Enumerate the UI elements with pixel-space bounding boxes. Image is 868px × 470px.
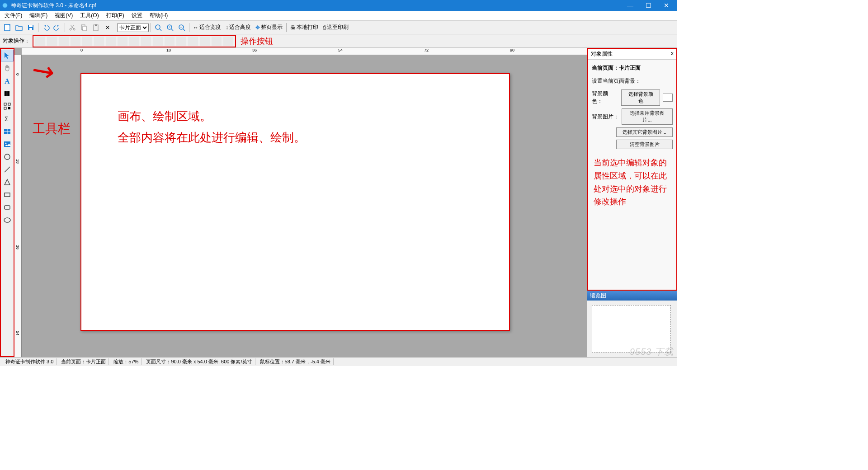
properties-title: 对象属性	[591, 50, 613, 58]
op-btn-11[interactable]	[153, 37, 163, 46]
svg-text:A: A	[5, 77, 10, 85]
canvas-region: 0 18 36 54 72 90 0 18 36 54 画布、绘制区域。 全部内…	[14, 48, 587, 357]
redo-button[interactable]	[52, 22, 63, 33]
op-btn-13[interactable]	[176, 37, 186, 46]
full-page-button[interactable]: ✥整页显示	[254, 24, 284, 31]
svg-rect-19	[4, 91, 5, 96]
delete-button[interactable]: ✕	[102, 22, 113, 33]
titlebar: 神奇证卡制作软件 3.0 - 未命名4.cpf — ☐ ✕	[0, 0, 677, 11]
op-btn-4[interactable]	[71, 37, 80, 46]
svg-rect-24	[9, 91, 10, 96]
properties-panel: 对象属性 x 当前页面：卡片正面 设置当前页面背景： 背景颜色： 选择背景颜色 …	[587, 48, 677, 291]
svg-rect-23	[8, 91, 9, 96]
op-btn-2[interactable]	[47, 37, 57, 46]
svg-rect-3	[29, 28, 32, 30]
svg-rect-20	[5, 91, 6, 96]
op-btn-1[interactable]	[35, 37, 45, 46]
op-btn-15[interactable]	[200, 37, 210, 46]
table-tool[interactable]	[1, 126, 14, 137]
page-select[interactable]: 卡片正面	[117, 23, 149, 32]
sum-tool[interactable]: Σ	[1, 113, 14, 125]
close-button[interactable]: ✕	[657, 0, 675, 11]
maximize-button[interactable]: ☐	[639, 0, 657, 11]
op-btn-8[interactable]	[118, 37, 127, 46]
hand-tool[interactable]	[1, 62, 14, 74]
save-button[interactable]	[25, 22, 36, 33]
op-btn-17[interactable]	[223, 37, 233, 46]
clear-bg-button[interactable]: 清空背景图片	[616, 140, 673, 149]
choose-bg-color-button[interactable]: 选择背景颜色	[621, 89, 660, 106]
roundrect-tool[interactable]	[1, 202, 14, 213]
svg-line-13	[171, 29, 173, 31]
select-tool[interactable]	[1, 50, 14, 61]
bg-color-swatch[interactable]	[663, 94, 673, 102]
op-btn-5[interactable]	[82, 37, 92, 46]
svg-text:+: +	[169, 25, 171, 29]
op-btn-6[interactable]	[94, 37, 104, 46]
zoom-out-button[interactable]: -	[176, 22, 187, 33]
status-page: 当前页面：卡片正面	[58, 358, 109, 365]
svg-rect-2	[29, 25, 33, 27]
op-btn-9[interactable]	[129, 37, 139, 46]
op-btn-3[interactable]	[59, 37, 69, 46]
menu-view[interactable]: 视图(V)	[51, 11, 76, 20]
zoom-actual-button[interactable]	[153, 22, 164, 33]
svg-rect-27	[4, 107, 6, 109]
menu-print[interactable]: 打印(P)	[103, 11, 128, 20]
barcode-tool[interactable]	[1, 88, 14, 99]
bg-img-label: 背景图片：	[592, 113, 619, 121]
zoom-in-button[interactable]: +	[165, 22, 175, 33]
svg-rect-28	[8, 107, 10, 109]
copy-button[interactable]	[79, 22, 90, 33]
open-button[interactable]	[14, 22, 24, 33]
app-logo-icon	[2, 2, 8, 9]
op-btn-14[interactable]	[188, 37, 198, 46]
cut-button[interactable]	[67, 22, 78, 33]
minimize-button[interactable]: —	[621, 0, 639, 11]
image-tool[interactable]	[1, 138, 14, 150]
op-btn-16[interactable]	[212, 37, 222, 46]
paste-button[interactable]	[90, 22, 101, 33]
fit-width-button[interactable]: ↔适合宽度	[191, 24, 223, 31]
card-page[interactable]: 画布、绘制区域。 全部内容将在此处进行编辑、绘制。	[80, 73, 510, 331]
right-panel: 对象属性 x 当前页面：卡片正面 设置当前页面背景： 背景颜色： 选择背景颜色 …	[587, 48, 677, 357]
send-print-button[interactable]: ⎙送至印刷	[321, 24, 350, 31]
status-size: 页面尺寸：90.0 毫米 x 54.0 毫米, 600 像素/英寸	[143, 358, 255, 365]
qrcode-tool[interactable]	[1, 100, 14, 112]
thumbnail-preview[interactable]	[592, 305, 671, 352]
left-tool-palette: A Σ	[0, 48, 14, 357]
menu-settings[interactable]: 设置	[128, 11, 146, 20]
svg-line-11	[160, 29, 161, 31]
properties-close[interactable]: x	[671, 50, 674, 58]
current-page-label: 当前页面：卡片正面	[592, 64, 673, 72]
new-button[interactable]	[2, 22, 13, 33]
menu-edit[interactable]: 编辑(E)	[26, 11, 51, 20]
menubar: 文件(F) 编辑(E) 视图(V) 工具(O) 打印(P) 设置 帮助(H)	[0, 11, 677, 21]
ellipse-tool[interactable]	[1, 214, 14, 226]
menu-file[interactable]: 文件(F)	[1, 11, 26, 20]
op-btn-7[interactable]	[106, 37, 116, 46]
fit-height-button[interactable]: ↕适合高度	[224, 24, 253, 31]
canvas-viewport[interactable]: 画布、绘制区域。 全部内容将在此处进行编辑、绘制。	[22, 55, 587, 357]
object-ops-box	[33, 35, 236, 47]
menu-tools[interactable]: 工具(O)	[76, 11, 102, 20]
choose-common-bg-button[interactable]: 选择常用背景图片...	[622, 108, 673, 125]
op-btn-12[interactable]	[165, 37, 175, 46]
local-print-button[interactable]: 🖶本地打印	[288, 24, 320, 31]
op-btn-10[interactable]	[141, 37, 151, 46]
svg-text:-: -	[180, 25, 182, 29]
text-tool[interactable]: A	[1, 75, 14, 87]
bg-color-label: 背景颜色：	[592, 90, 618, 105]
svg-rect-0	[5, 24, 10, 31]
rect-tool[interactable]	[1, 189, 14, 201]
set-bg-label: 设置当前页面背景：	[592, 77, 673, 85]
vertical-ruler: 0 18 36 54	[14, 55, 22, 357]
status-mouse: 鼠标位置：58.7 毫米，-5.4 毫米	[257, 358, 334, 365]
circle-tool-small[interactable]	[1, 151, 14, 163]
triangle-tool[interactable]	[1, 176, 14, 188]
line-tool[interactable]	[1, 164, 14, 175]
menu-help[interactable]: 帮助(H)	[146, 11, 172, 20]
undo-button[interactable]	[40, 22, 51, 33]
svg-text:Σ: Σ	[5, 115, 9, 122]
choose-other-bg-button[interactable]: 选择其它背景图片...	[616, 127, 673, 137]
